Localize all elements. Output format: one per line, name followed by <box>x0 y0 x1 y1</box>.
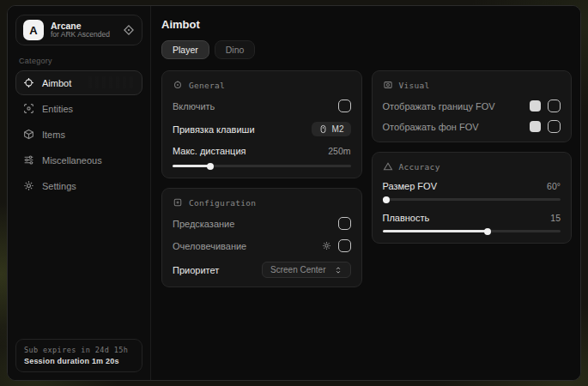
sidebar-item-aimbot[interactable]: Aimbot <box>15 70 142 95</box>
fov-bg-color-swatch[interactable] <box>530 121 541 132</box>
gear-icon <box>23 180 34 191</box>
sliders-icon <box>23 154 34 166</box>
gear-icon[interactable] <box>322 241 331 250</box>
fov-size-slider[interactable] <box>383 196 561 202</box>
sidebar-item-label: Items <box>42 130 65 140</box>
humanize-checkbox[interactable] <box>338 239 351 252</box>
category-label: Category <box>19 57 139 65</box>
max-distance-value: 250m <box>328 146 350 156</box>
fov-border-color-swatch[interactable] <box>530 100 541 112</box>
fov-bg-checkbox[interactable] <box>548 120 561 133</box>
fov-border-label: Отображать границу FOV <box>383 101 495 112</box>
humanize-label: Очеловечивание <box>173 241 246 251</box>
sidebar-item-label: Miscellaneous <box>42 155 102 166</box>
box-icon <box>23 129 34 140</box>
fov-bg-label: Отображать фон FOV <box>383 122 479 132</box>
smoothness-value: 15 <box>550 213 561 223</box>
scan-icon <box>23 103 34 114</box>
sidebar-item-label: Entities <box>42 104 73 114</box>
visual-card: Visual Отображать границу FOV Отображать… <box>372 70 573 142</box>
slider-thumb[interactable] <box>484 228 491 235</box>
target-icon <box>173 80 183 90</box>
smoothness-label: Плавность <box>383 213 430 223</box>
accuracy-card: Accuracy Размер FOV 60° П <box>372 152 573 244</box>
session-duration-text: Session duration 1m 20s <box>24 357 134 365</box>
keybind-value: M2 <box>332 124 344 134</box>
prediction-label: Предсказание <box>173 219 234 229</box>
configuration-card: Configuration Предсказание Очеловечивани… <box>161 188 362 287</box>
module-icon <box>173 197 183 208</box>
main-content: Aimbot Player Dino General <box>151 6 580 380</box>
priority-value: Screen Center <box>270 265 325 274</box>
app-logo: A <box>23 20 44 40</box>
enable-label: Включить <box>173 101 215 112</box>
card-title: Visual <box>399 81 430 90</box>
diamond-target-icon[interactable] <box>123 24 135 36</box>
sidebar: A Arcane for ARK Ascended Category Aimbo… <box>8 6 151 380</box>
card-title: General <box>189 81 225 90</box>
sidebar-item-label: Aimbot <box>42 78 71 88</box>
sidebar-item-items[interactable]: Items <box>15 122 142 147</box>
sidebar-item-settings[interactable]: Settings <box>15 173 142 198</box>
smoothness-slider[interactable] <box>383 228 561 234</box>
enable-checkbox[interactable] <box>338 100 351 112</box>
chevrons-updown-icon <box>334 266 342 274</box>
sub-expiry-text: Sub expires in 24d 15h <box>24 346 134 354</box>
priority-label: Приоритет <box>173 265 219 275</box>
fov-size-value: 60° <box>547 181 561 191</box>
tab-dino[interactable]: Dino <box>215 40 256 59</box>
eye-frame-icon <box>383 80 393 90</box>
app-subtitle: for ARK Ascended <box>51 31 110 39</box>
watermark-decoration <box>88 76 133 88</box>
card-title: Configuration <box>189 198 256 208</box>
prediction-checkbox[interactable] <box>338 217 351 230</box>
tab-bar: Player Dino <box>161 40 572 59</box>
max-distance-slider[interactable] <box>173 163 351 169</box>
slider-thumb[interactable] <box>383 196 390 203</box>
sidebar-item-label: Settings <box>42 181 76 191</box>
slider-thumb[interactable] <box>207 163 214 170</box>
subscription-status: Sub expires in 24d 15h Session duration … <box>15 339 142 372</box>
app-window: A Arcane for ARK Ascended Category Aimbo… <box>7 5 581 381</box>
fov-size-label: Размер FOV <box>383 181 437 191</box>
triangle-icon <box>383 161 393 172</box>
max-distance-label: Макс. дистанция <box>173 146 246 156</box>
tab-player[interactable]: Player <box>161 40 209 59</box>
sidebar-item-miscellaneous[interactable]: Miscellaneous <box>15 148 142 172</box>
card-title: Accuracy <box>399 162 440 172</box>
page-title: Aimbot <box>161 18 572 31</box>
card-grid: General Включить Привязка клавиши <box>161 70 572 287</box>
crosshair-icon <box>23 77 34 88</box>
keybind-button[interactable]: M2 <box>312 122 351 136</box>
sidebar-item-entities[interactable]: Entities <box>15 96 142 121</box>
priority-dropdown[interactable]: Screen Center <box>262 262 350 278</box>
brand-card: A Arcane for ARK Ascended <box>15 15 142 45</box>
general-card: General Включить Привязка клавиши <box>161 70 362 178</box>
mouse-icon <box>318 124 328 134</box>
keybind-label: Привязка клавиши <box>173 124 255 135</box>
fov-border-checkbox[interactable] <box>548 100 561 112</box>
